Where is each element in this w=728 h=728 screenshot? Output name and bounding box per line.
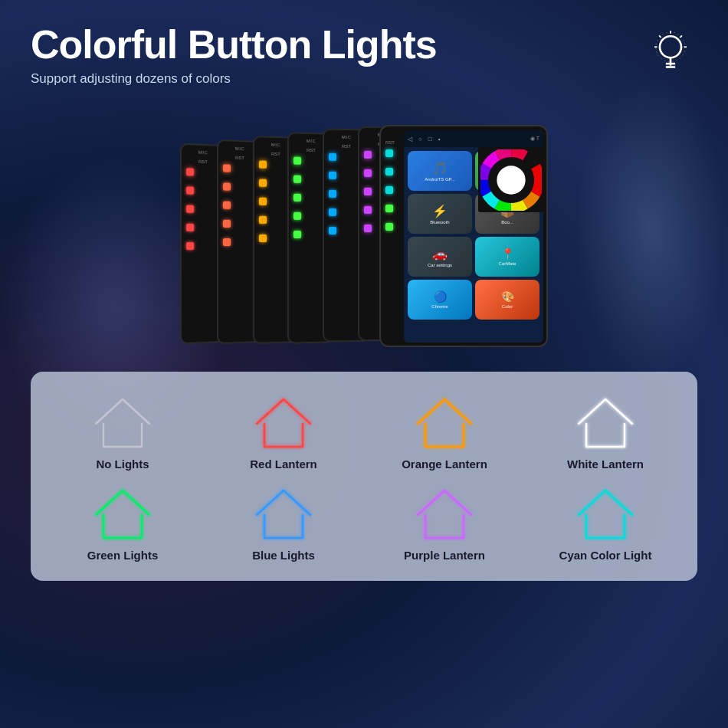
- house-icon-cyan-light: [575, 486, 636, 541]
- btn-arr-3: [259, 234, 267, 242]
- color-grid: No Lights Red Lantern Orange Lantern Whi…: [46, 395, 682, 562]
- btn-power-main: [385, 149, 393, 157]
- btn-back-4: [293, 194, 301, 202]
- color-option-white-lantern[interactable]: White Lantern: [529, 395, 682, 471]
- color-wheel-overlay[interactable]: [478, 147, 543, 212]
- dot-icon: •: [438, 136, 441, 143]
- rst-label-3: RST: [271, 152, 280, 156]
- btn-vol-5: [329, 208, 336, 216]
- mic-label-1: MIC: [198, 150, 208, 156]
- btn-arr-4: [293, 231, 301, 238]
- btn-home-5: [329, 172, 336, 179]
- btn-back-2: [223, 202, 231, 209]
- device-area: MIC RST MIC RST: [31, 102, 697, 362]
- color-label-purple-lantern: Purple Lantern: [404, 549, 485, 562]
- btn-power-3: [259, 161, 267, 169]
- subtitle: Support adjusting dozens of colors: [31, 71, 437, 87]
- header: Colorful Button Lights Support adjusting…: [31, 23, 697, 87]
- buttons-6: [364, 151, 372, 232]
- house-icon-red-lantern: [253, 395, 314, 450]
- mic-label-3: MIC: [271, 143, 280, 147]
- buttons-4: [293, 157, 301, 238]
- btn-vol-4: [293, 212, 301, 220]
- color-option-purple-lantern[interactable]: Purple Lantern: [368, 486, 521, 562]
- main-tablet: MIC RST ◁ ○ □ •: [379, 125, 548, 347]
- main-tablet-buttons: [385, 149, 393, 231]
- back-nav-icon: ◁: [408, 136, 412, 143]
- btn-back-6: [364, 188, 372, 195]
- nav-icons: ◁ ○ □ •: [408, 136, 441, 143]
- btn-vol-2: [223, 220, 231, 228]
- btn-power-6: [364, 151, 372, 159]
- mic-label-5: MIC: [342, 135, 351, 139]
- rst-label-2: RST: [235, 156, 244, 160]
- status-bar: ◉ T: [530, 136, 539, 142]
- color-label-green-lights: Green Lights: [87, 549, 159, 562]
- app-color[interactable]: 🎨 Color: [475, 280, 539, 320]
- color-label-no-lights: No Lights: [96, 457, 149, 471]
- btn-home-6: [364, 169, 372, 177]
- btn-power-5: [329, 153, 336, 161]
- svg-point-21: [500, 169, 521, 190]
- house-icon-white-lantern: [575, 395, 636, 450]
- main-screen: ◁ ○ □ • ◉ T 🎵 AndroiTS GP..: [404, 130, 543, 343]
- color-label-blue-lights: Blue Lights: [252, 549, 315, 562]
- wifi-icon: T: [536, 136, 539, 141]
- btn-power-2: [223, 165, 231, 172]
- color-option-green-lights[interactable]: Green Lights: [46, 486, 199, 562]
- rst-label-1: RST: [198, 159, 208, 164]
- buttons-3: [259, 161, 267, 243]
- app-chrome[interactable]: 🔵 Chrome: [408, 280, 472, 320]
- btn-home-4: [293, 175, 301, 183]
- btn-vol-6: [364, 206, 372, 214]
- btn-vol-3: [259, 216, 267, 224]
- tablets-container: MIC RST MIC RST: [180, 125, 548, 362]
- location-icon: ◉: [530, 136, 535, 141]
- recents-nav-icon: □: [428, 136, 432, 143]
- screen-topbar: ◁ ○ □ • ◉ T: [404, 130, 543, 147]
- house-icon-purple-lantern: [414, 486, 475, 541]
- color-label-white-lantern: White Lantern: [567, 457, 644, 471]
- color-option-orange-lantern[interactable]: Orange Lantern: [368, 395, 521, 471]
- btn-arr-main: [385, 223, 393, 231]
- btn-vol-1: [186, 224, 194, 231]
- btn-arr-5: [329, 227, 336, 234]
- mic-label-2: MIC: [235, 146, 244, 151]
- buttons-1: [186, 168, 194, 250]
- btn-home-2: [223, 183, 231, 191]
- color-option-cyan-light[interactable]: Cyan Color Light: [529, 486, 682, 562]
- btn-back-3: [259, 198, 267, 205]
- house-icon-orange-lantern: [414, 395, 475, 450]
- buttons-2: [223, 165, 231, 247]
- btn-arr-2: [223, 238, 231, 246]
- svg-point-0: [660, 36, 681, 57]
- rst-label-5: RST: [342, 144, 351, 149]
- btn-back-1: [186, 205, 194, 213]
- home-nav-icon: ○: [418, 136, 422, 143]
- buttons-5: [329, 153, 336, 234]
- house-icon-no-lights: [92, 395, 153, 450]
- house-icon-blue-lights: [253, 486, 314, 541]
- color-label-red-lantern: Red Lantern: [250, 457, 317, 471]
- btn-back-5: [329, 190, 336, 198]
- btn-power-1: [186, 168, 194, 175]
- btn-back-main: [385, 186, 393, 194]
- btn-home-1: [186, 187, 194, 195]
- rst-label-4: RST: [307, 148, 316, 152]
- title-block: Colorful Button Lights Support adjusting…: [31, 23, 437, 87]
- app-carmate[interactable]: 📍 CarMate: [475, 237, 539, 277]
- color-wheel-svg: [480, 149, 542, 211]
- app-androits[interactable]: 🎵 AndroiTS GP...: [408, 151, 472, 191]
- btn-power-4: [293, 157, 301, 165]
- color-option-no-lights[interactable]: No Lights: [46, 395, 199, 471]
- house-icon-green-lights: [92, 486, 153, 541]
- main-title: Colorful Button Lights: [31, 23, 437, 67]
- app-carsettings[interactable]: 🚗 Car settings: [408, 237, 472, 277]
- btn-vol-main: [385, 205, 393, 212]
- app-bluetooth[interactable]: ⚡ Bluetooth: [408, 194, 472, 234]
- color-option-red-lantern[interactable]: Red Lantern: [207, 395, 360, 471]
- color-label-orange-lantern: Orange Lantern: [402, 457, 487, 471]
- color-option-blue-lights[interactable]: Blue Lights: [207, 486, 360, 562]
- color-options-section: No Lights Red Lantern Orange Lantern Whi…: [31, 372, 697, 581]
- btn-home-main: [385, 168, 393, 175]
